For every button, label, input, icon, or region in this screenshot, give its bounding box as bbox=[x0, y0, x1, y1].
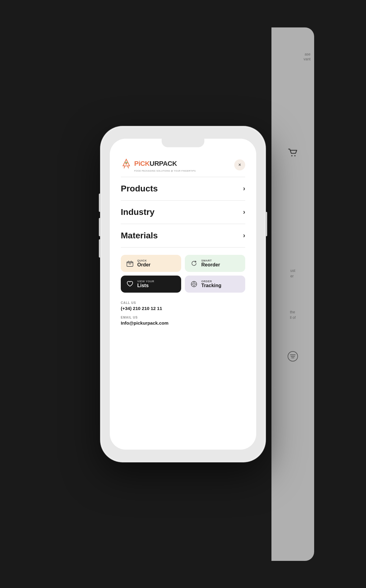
smart-reorder-text: SMART Reorder bbox=[201, 259, 220, 268]
nav-label-industry: Industry bbox=[121, 207, 154, 217]
quick-order-button[interactable]: QUICK Order bbox=[121, 255, 181, 272]
background-right: asevant uster thell of bbox=[271, 27, 314, 561]
order-tracking-label-small: ORDER bbox=[201, 280, 212, 283]
nav-item-industry[interactable]: Industry › bbox=[121, 201, 245, 224]
nav-label-products: Products bbox=[121, 184, 158, 194]
contact-email: EMAIL US Info@pickurpack.com bbox=[121, 316, 245, 326]
order-tracking-button[interactable]: ORDER Tracking bbox=[185, 276, 245, 293]
logo-subtitle: FOOD PACKAGING SOLUTIONS @ YOUR FINGERTI… bbox=[134, 170, 196, 172]
action-grid: QUICK Order SMART bbox=[121, 255, 245, 293]
close-button[interactable]: × bbox=[234, 159, 245, 170]
contact-call: CALL US (+34) 210 210 12 11 bbox=[121, 301, 245, 311]
logo-icon bbox=[121, 158, 132, 169]
view-lists-label-small: VIEW YOUR bbox=[137, 280, 154, 283]
cart-icon-bg bbox=[287, 147, 298, 158]
divider-mid bbox=[121, 247, 245, 248]
view-lists-text: VIEW YOUR Lists bbox=[137, 280, 154, 288]
bg-text-2: uster bbox=[288, 268, 298, 279]
view-lists-button[interactable]: VIEW YOUR Lists bbox=[121, 276, 181, 293]
nav-chevron-industry: › bbox=[243, 208, 245, 216]
quick-order-text: QUICK Order bbox=[137, 259, 151, 268]
heart-icon bbox=[126, 280, 134, 288]
menu-content: PiCKURPACK FOOD PACKAGING SOLUTIONS @ YO… bbox=[110, 139, 256, 450]
nav-item-materials[interactable]: Materials › bbox=[121, 224, 245, 247]
smart-reorder-button[interactable]: SMART Reorder bbox=[185, 255, 245, 272]
contact-email-value: Info@pickurpack.com bbox=[121, 320, 245, 326]
svg-point-0 bbox=[291, 155, 292, 156]
order-tracking-label-big: Tracking bbox=[201, 283, 221, 288]
bg-text-3: thell of bbox=[288, 309, 298, 320]
box-icon bbox=[126, 259, 134, 268]
contact-email-label: EMAIL US bbox=[121, 316, 245, 319]
contact-section: CALL US (+34) 210 210 12 11 EMAIL US Inf… bbox=[121, 301, 245, 330]
order-tracking-text: ORDER Tracking bbox=[201, 280, 221, 288]
menu-header: PiCKURPACK FOOD PACKAGING SOLUTIONS @ YO… bbox=[121, 154, 245, 177]
contact-call-label: CALL US bbox=[121, 301, 245, 305]
bg-text-1: asevant bbox=[271, 52, 314, 62]
notch bbox=[162, 139, 204, 147]
nav-label-materials: Materials bbox=[121, 231, 158, 241]
phone-frame: PiCKURPACK FOOD PACKAGING SOLUTIONS @ YO… bbox=[101, 127, 265, 462]
scene: asevant uster thell of bbox=[52, 27, 314, 561]
svg-point-1 bbox=[294, 155, 296, 156]
logo-main: PiCKURPACK bbox=[121, 158, 196, 169]
smart-reorder-label-big: Reorder bbox=[201, 262, 220, 268]
quick-order-label-big: Order bbox=[137, 262, 151, 268]
svg-marker-6 bbox=[123, 159, 130, 166]
nav-item-products[interactable]: Products › bbox=[121, 177, 245, 201]
reorder-icon bbox=[190, 259, 198, 268]
contact-call-value: (+34) 210 210 12 11 bbox=[121, 306, 245, 311]
phone-screen: PiCKURPACK FOOD PACKAGING SOLUTIONS @ YO… bbox=[110, 139, 256, 450]
nav-chevron-products: › bbox=[243, 185, 245, 193]
logo-text: PiCKURPACK bbox=[134, 160, 177, 168]
nav-chevron-materials: › bbox=[243, 232, 245, 240]
quick-order-label-small: QUICK bbox=[137, 259, 147, 262]
view-lists-label-big: Lists bbox=[137, 283, 149, 288]
svg-point-7 bbox=[125, 163, 127, 164]
logo-area: PiCKURPACK FOOD PACKAGING SOLUTIONS @ YO… bbox=[121, 158, 196, 172]
smart-reorder-label-small: SMART bbox=[201, 259, 212, 262]
tracking-icon bbox=[190, 280, 198, 288]
svg-point-10 bbox=[193, 283, 195, 285]
filter-icon-bg bbox=[287, 351, 298, 362]
